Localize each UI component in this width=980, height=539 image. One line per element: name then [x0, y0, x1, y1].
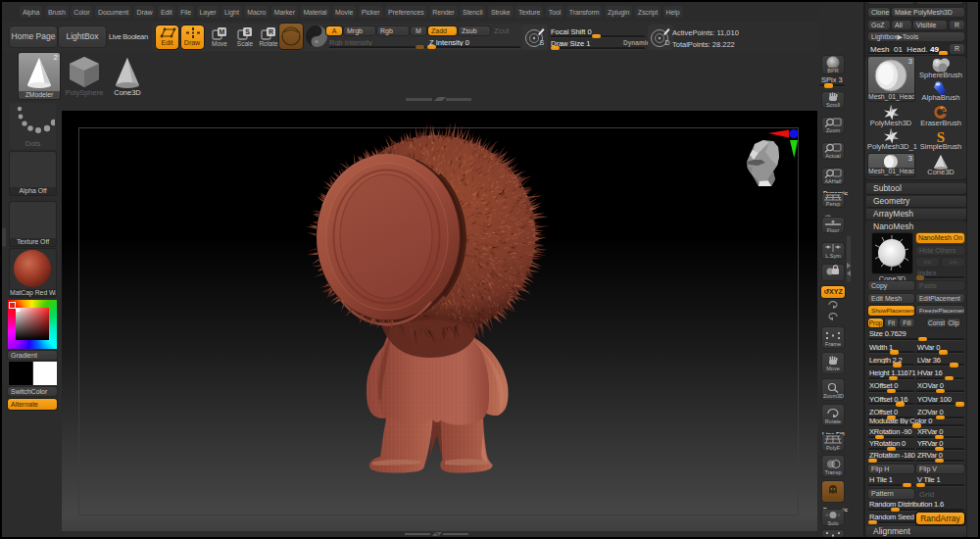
svg-text:S: S [245, 28, 250, 35]
svg-text:S: S [540, 39, 545, 46]
svg-text:M: M [220, 28, 225, 35]
svg-text:D: D [665, 39, 670, 46]
svg-text:R: R [269, 28, 273, 35]
